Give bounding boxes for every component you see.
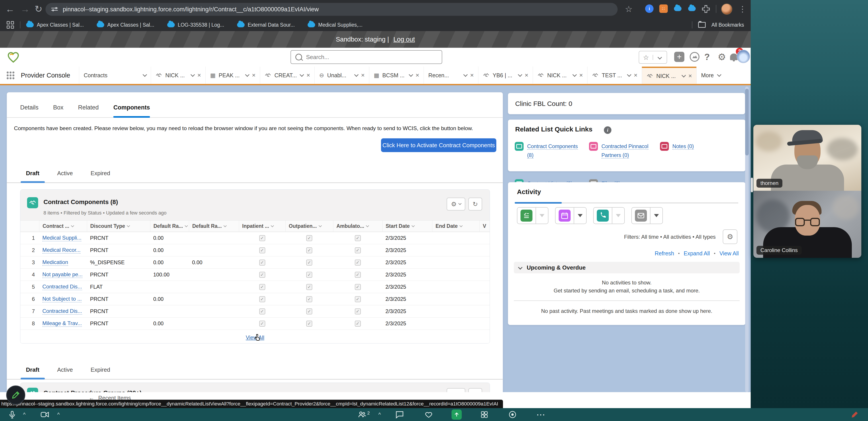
console-tab-10[interactable]: NICK ...×: [642, 66, 696, 84]
forward-icon[interactable]: →: [21, 3, 30, 16]
tab-close-icon[interactable]: ×: [579, 72, 583, 79]
new-event-button[interactable]: [555, 207, 574, 224]
ambulatory-checkbox[interactable]: ✓: [355, 296, 361, 302]
tab-dropdown-chevron[interactable]: [572, 73, 577, 77]
contract-component-link[interactable]: Medication: [42, 259, 68, 266]
tab-close-icon[interactable]: ×: [307, 72, 310, 79]
console-tab-3[interactable]: CREAT...×: [260, 66, 314, 84]
status-tab-expired[interactable]: Expired: [91, 170, 110, 183]
site-settings-icon[interactable]: [51, 7, 58, 12]
column-header-2[interactable]: Discount Type: [87, 221, 150, 232]
tab-close-icon[interactable]: ×: [197, 72, 201, 79]
url-text[interactable]: pinnacol--staging.sandbox.lightning.forc…: [63, 6, 319, 13]
ambulatory-checkbox[interactable]: ✓: [355, 308, 361, 314]
tab-close-icon[interactable]: ×: [525, 72, 528, 79]
tab-dropdown-chevron[interactable]: [681, 73, 686, 78]
extension-icon-orange[interactable]: ∷: [658, 4, 669, 14]
column-header-10[interactable]: V: [479, 221, 490, 232]
inpatient-checkbox[interactable]: ✓: [259, 272, 265, 278]
tab-dropdown-chevron[interactable]: [463, 73, 468, 77]
participants-icon[interactable]: 2: [358, 410, 370, 420]
contract-component-link[interactable]: Not payable pe...: [42, 271, 83, 278]
new-task-button[interactable]: [517, 207, 536, 224]
outpatient-checkbox[interactable]: ✓: [306, 247, 312, 253]
more-options-icon[interactable]: ⋯: [536, 410, 545, 420]
tab-dropdown-chevron[interactable]: [627, 73, 631, 77]
new-event-button-dropdown[interactable]: [574, 207, 587, 224]
apps-icon[interactable]: [480, 410, 488, 420]
bookmark-star-icon[interactable]: ☆: [625, 3, 632, 16]
extension-icon-blue[interactable]: i: [644, 4, 654, 14]
activity-filter-button[interactable]: ⚙: [723, 229, 737, 244]
status-tab-expired[interactable]: Expired: [91, 366, 110, 379]
annotation-tool-button[interactable]: [6, 386, 25, 404]
tab-dropdown-chevron[interactable]: [518, 73, 522, 77]
ambulatory-checkbox[interactable]: ✓: [355, 272, 361, 278]
log-call-button[interactable]: [593, 207, 612, 224]
chat-icon[interactable]: [395, 410, 404, 420]
user-avatar[interactable]: [737, 50, 750, 62]
apps-grid-icon[interactable]: [7, 21, 14, 29]
status-tab-active[interactable]: Active: [57, 366, 73, 379]
logout-link[interactable]: Log out: [394, 36, 415, 43]
inpatient-checkbox[interactable]: ✓: [259, 259, 265, 265]
setup-gear-icon[interactable]: ⚙: [718, 51, 726, 63]
ambulatory-checkbox[interactable]: ✓: [355, 235, 361, 241]
search-input[interactable]: [306, 54, 431, 61]
favorites-button[interactable]: ☆: [639, 51, 667, 64]
record-tab-components[interactable]: Components: [113, 104, 150, 117]
status-tab-draft[interactable]: Draft: [26, 366, 39, 379]
ambulatory-checkbox[interactable]: ✓: [355, 259, 361, 265]
share-screen-button[interactable]: [452, 410, 462, 420]
extension-icon-salesforce-1[interactable]: [673, 4, 683, 14]
tab-close-icon[interactable]: ×: [634, 72, 638, 79]
reload-icon[interactable]: ↻: [35, 3, 42, 16]
contract-component-link[interactable]: Contracted Dis...: [42, 308, 82, 315]
bookmark-item-5[interactable]: Medical Supplies,...: [308, 22, 362, 28]
ambulatory-checkbox[interactable]: ✓: [355, 320, 361, 327]
quick-link-2[interactable]: Contracted Pinnacol Partners (0): [589, 142, 655, 160]
extensions-puzzle-icon[interactable]: [701, 4, 711, 14]
all-bookmarks-button[interactable]: All Bookmarks: [698, 22, 744, 28]
inpatient-checkbox[interactable]: ✓: [259, 320, 265, 327]
activity-link-view-all[interactable]: View All: [719, 250, 739, 257]
inpatient-checkbox[interactable]: ✓: [259, 296, 265, 302]
global-search[interactable]: [290, 50, 442, 64]
tab-close-icon[interactable]: ×: [470, 72, 474, 79]
camera-icon[interactable]: [40, 410, 49, 420]
column-header-9[interactable]: End Date: [432, 221, 479, 232]
nav-tab-contracts[interactable]: Contracts: [79, 66, 151, 84]
console-tab-8[interactable]: NICK ...×: [533, 66, 587, 84]
favorites-dropdown-icon[interactable]: [653, 55, 666, 60]
mic-options-chevron[interactable]: ^: [23, 410, 26, 420]
column-header-5[interactable]: Inpatient ...: [239, 221, 285, 232]
tab-close-icon[interactable]: ×: [361, 72, 365, 79]
contract-component-link[interactable]: Mileage & Trav...: [42, 320, 82, 327]
browser-profile-avatar[interactable]: [721, 4, 732, 15]
info-icon[interactable]: i: [604, 127, 612, 134]
console-tab-9[interactable]: TEST ...×: [587, 66, 642, 84]
contract-component-link[interactable]: Not Subject to ...: [42, 296, 82, 303]
extension-icon-salesforce-2[interactable]: [687, 4, 697, 14]
back-icon[interactable]: ←: [5, 3, 14, 16]
console-tab-1[interactable]: NICK ...×: [151, 66, 205, 84]
list-settings-button[interactable]: ⚙: [447, 198, 465, 210]
video-window-scrollbar-thumb[interactable]: [751, 178, 753, 192]
video-tile-thornen[interactable]: thornen: [753, 125, 861, 191]
console-tab-2[interactable]: ▦PEAK ...×: [205, 66, 260, 84]
outpatient-checkbox[interactable]: ✓: [306, 308, 312, 314]
log-call-button-dropdown[interactable]: [612, 207, 625, 224]
notifications-bell-icon[interactable]: 3: [730, 51, 738, 63]
column-header-4[interactable]: Default Ra...: [189, 221, 239, 232]
address-bar[interactable]: pinnacol--staging.sandbox.lightning.forc…: [45, 3, 618, 16]
ambulatory-checkbox[interactable]: ✓: [355, 247, 361, 253]
email-button-dropdown[interactable]: [650, 207, 663, 224]
console-tab-4[interactable]: ⊖Unabl...×: [314, 66, 369, 84]
list-refresh-button[interactable]: ↻: [468, 198, 482, 210]
help-icon[interactable]: ?: [704, 51, 710, 63]
record-icon[interactable]: [508, 410, 517, 420]
browser-menu-icon[interactable]: ⋮: [739, 3, 746, 16]
contract-component-link[interactable]: Contracted Dis...: [42, 284, 82, 290]
bookmark-item-2[interactable]: Apex Classes | Sal...: [97, 22, 154, 28]
contract-component-link[interactable]: Medical Suppli...: [42, 235, 82, 241]
